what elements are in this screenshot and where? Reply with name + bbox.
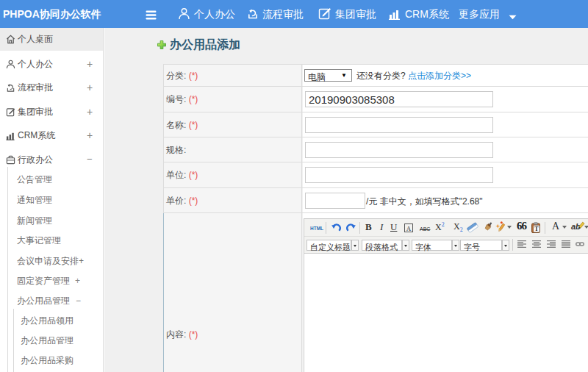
svg-text:T: T <box>534 226 539 232</box>
